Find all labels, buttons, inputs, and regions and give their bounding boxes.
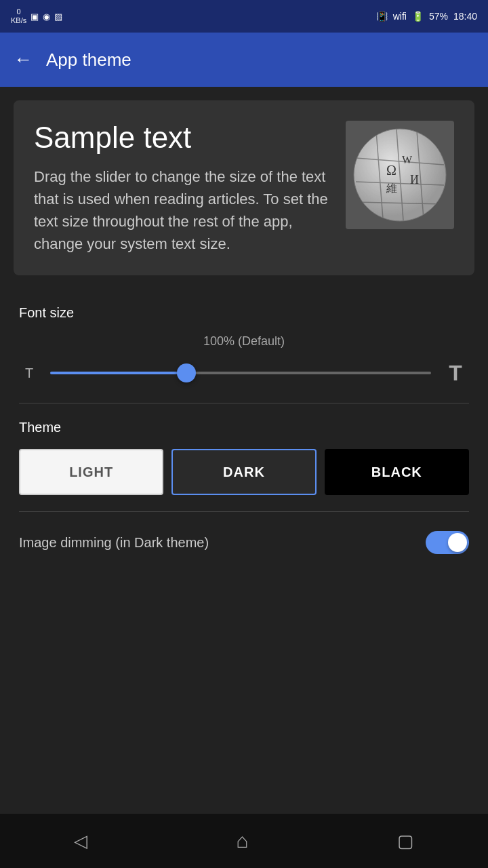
signal-icon: ▣: [30, 12, 39, 22]
font-size-slider-container: [50, 359, 431, 387]
app-bar: ← App theme: [0, 33, 488, 87]
preview-card: Sample text Drag the slider to change th…: [14, 100, 474, 275]
theme-heading: Theme: [19, 420, 469, 435]
battery-percent: 57%: [429, 11, 448, 22]
theme-black-button[interactable]: BLACK: [325, 449, 469, 495]
vibrate-icon: 📳: [376, 11, 388, 22]
globe-svg: Ω W 維 И: [349, 124, 451, 226]
nav-home-button[interactable]: ⌂: [216, 823, 268, 859]
status-right: 📳 wifi 🔋 57% 18:40: [376, 11, 477, 22]
shazam-icon: ◉: [43, 12, 50, 22]
nav-recents-button[interactable]: ▢: [377, 824, 434, 859]
svg-text:И: И: [410, 173, 419, 186]
svg-text:Ω: Ω: [386, 163, 396, 178]
theme-section: Theme LIGHT DARK BLACK: [0, 403, 488, 511]
font-size-small-t: T: [19, 366, 39, 381]
gallery-icon: ▨: [54, 12, 62, 22]
font-size-large-t: T: [442, 361, 469, 386]
preview-top: Sample text Drag the slider to change th…: [34, 121, 454, 255]
nav-bar: ◁ ⌂ ▢: [0, 814, 488, 868]
nav-back-button[interactable]: ◁: [54, 824, 108, 859]
toggle-knob: [448, 533, 467, 552]
status-left: 0KB/s ▣ ◉ ▨: [11, 7, 62, 25]
sample-text-area: Sample text Drag the slider to change th…: [34, 121, 332, 255]
font-size-slider[interactable]: [50, 372, 431, 374]
wifi-icon: wifi: [393, 11, 407, 22]
svg-text:W: W: [402, 154, 413, 165]
page-title: App theme: [46, 50, 131, 71]
back-button[interactable]: ←: [14, 49, 33, 71]
theme-buttons: LIGHT DARK BLACK: [19, 449, 469, 495]
sample-body: Drag the slider to change the size of th…: [34, 165, 332, 255]
font-size-heading: Font size: [19, 305, 469, 321]
slider-row: T T: [19, 359, 469, 387]
theme-dark-button[interactable]: DARK: [171, 449, 316, 495]
time-display: 18:40: [453, 11, 477, 22]
kb-indicator: 0KB/s: [11, 7, 26, 25]
status-bar: 0KB/s ▣ ◉ ▨ 📳 wifi 🔋 57% 18:40: [0, 0, 488, 33]
font-size-section: Font size 100% (Default) T T: [0, 289, 488, 403]
image-dimming-toggle[interactable]: [426, 531, 469, 554]
sample-title: Sample text: [34, 121, 332, 155]
image-dimming-label: Image dimming (in Dark theme): [19, 535, 209, 551]
theme-light-button[interactable]: LIGHT: [19, 449, 163, 495]
main-content: Sample text Drag the slider to change th…: [0, 87, 488, 814]
svg-text:維: 維: [386, 182, 397, 194]
font-size-value: 100% (Default): [19, 334, 469, 349]
battery-icon: 🔋: [412, 11, 424, 22]
image-dimming-row: Image dimming (in Dark theme): [0, 512, 488, 573]
wikipedia-globe: Ω W 維 И: [346, 121, 454, 229]
